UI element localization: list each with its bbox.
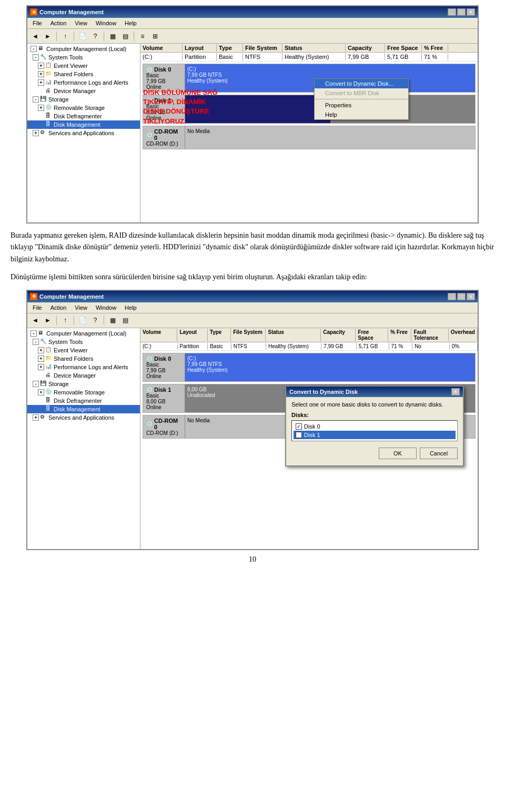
ctx-properties[interactable]: Properties [315,100,408,110]
shared-folders-expander[interactable]: + [38,71,44,77]
dialog-listbox[interactable]: ✓ Disk 0 ✓ Disk 1 [291,420,458,441]
forward-button-2[interactable]: ► [42,314,54,326]
tree2-services[interactable]: + ⚙ Services and Applications [27,413,140,422]
menu2-file[interactable]: File [29,303,45,312]
back-button-2[interactable]: ◄ [29,314,41,326]
tree2-storage[interactable]: - 💾 Storage [27,380,140,388]
event-viewer-expander[interactable]: + [38,63,44,69]
computer2-icon: 🖥 [38,330,45,337]
ctx-help[interactable]: Help [315,110,408,119]
services2-expander[interactable]: + [33,414,39,421]
menu-help[interactable]: Help [122,19,140,27]
close-button-2[interactable]: × [467,293,475,300]
tree2-perf-logs[interactable]: + 📊 Performance Logs and Alerts [27,363,140,371]
close-button-1[interactable]: × [467,8,475,16]
toolbar-sep-1 [56,32,57,41]
disk2-0-partition[interactable]: (C:)7,99 GB NTFSHealthy (System) [185,353,475,381]
tree2-system-tools[interactable]: - 🔧 System Tools [27,338,140,346]
col2-overhead: Overhead [449,329,478,341]
back-button[interactable]: ◄ [29,31,41,42]
perf-logs-label: Performance Logs and Alerts [54,79,128,86]
tree-event-viewer[interactable]: + 📋 Event Viewer [27,62,140,70]
dialog-close-button[interactable]: × [451,388,460,395]
up-button[interactable]: ↑ [59,31,71,42]
tree-system-tools[interactable]: - 🔧 System Tools [27,53,140,62]
perf2-expander[interactable]: + [38,364,44,370]
menu2-action[interactable]: Action [47,303,70,312]
menu2-view[interactable]: View [72,303,90,312]
minimize-button-2[interactable]: _ [448,293,456,300]
window-controls-1[interactable]: _ □ × [448,8,475,16]
view3-button[interactable]: ≡ [137,31,148,42]
services-expander[interactable]: + [33,130,39,136]
help-button[interactable]: ? [89,31,101,42]
view2-button-2[interactable]: ▤ [119,314,131,326]
view1-button-2[interactable]: ▦ [107,314,118,326]
props-button-2[interactable]: 📄 [77,314,88,326]
window-controls-2[interactable]: _ □ × [448,293,475,300]
minimize-button-1[interactable]: _ [448,8,456,16]
tree2-disk-mgmt[interactable]: 🗄 Disk Management [27,405,140,413]
disk2-0-box[interactable]: 💿Disk 0 Basic 7,99 GB Online (C:)7,99 GB… [143,353,476,382]
tree2-event-viewer[interactable]: + 📋 Event Viewer [27,346,140,354]
toolbar-sep-2 [74,32,74,41]
view1-button[interactable]: ▦ [107,31,118,42]
event2-expander[interactable]: + [38,347,44,353]
removable2-label: Removable Storage [54,389,105,395]
menu-window[interactable]: Window [93,19,119,27]
menu2-help[interactable]: Help [122,303,140,312]
dialog-ok-button[interactable]: OK [379,448,417,459]
tree-perf-logs[interactable]: + 📊 Performance Logs and Alerts [27,78,140,87]
tree-shared-folders[interactable]: + 📁 Shared Folders [27,70,140,78]
up-button-2[interactable]: ↑ [59,314,71,326]
menu-action[interactable]: Action [47,19,70,27]
window-title-2: Computer Management [39,293,446,300]
tree-device-manager[interactable]: 🖨 Device Manager [27,87,140,95]
system-tools-expander[interactable]: - [33,54,39,60]
tree-storage[interactable]: - 💾 Storage [27,95,140,104]
tree-defrag[interactable]: 🗄 Disk Defragmenter [27,112,140,120]
maximize-button-1[interactable]: □ [457,8,466,16]
system-tools2-expander[interactable]: - [33,339,39,345]
menu-view[interactable]: View [72,19,90,27]
cdrom-0-box[interactable]: 💿CD-ROM 0 CD-ROM (D:) No Media [143,126,476,149]
tree2-device-mgr[interactable]: 🖨 Device Manager [27,371,140,380]
dialog-cancel-button[interactable]: Cancel [420,448,458,459]
properties-button[interactable]: 📄 [77,31,88,42]
perf-logs-expander[interactable]: + [38,79,44,86]
menu-file[interactable]: File [29,19,45,27]
storage-expander[interactable]: - [33,96,39,103]
removable2-expander[interactable]: + [38,389,44,395]
menu2-window[interactable]: Window [93,303,119,312]
dialog-buttons: OK Cancel [291,445,458,461]
tree2-defrag[interactable]: 🗄 Disk Defragmenter [27,397,140,405]
dialog-disk1-checkbox[interactable]: ✓ [296,432,302,438]
removable-expander[interactable]: + [38,105,44,111]
view4-button[interactable]: ⊞ [149,31,161,42]
help-button-2[interactable]: ? [89,314,101,326]
dialog-disk0-checkbox[interactable]: ✓ [296,423,302,430]
ctx-convert-dynamic[interactable]: Convert to Dynamic Disk... [315,79,408,88]
tree2-root[interactable]: - 🖥 Computer Management (Local) [27,329,140,338]
tree2-root-expander[interactable]: - [31,330,37,337]
tree-disk-mgmt[interactable]: 🗄 Disk Management [27,120,140,129]
disk2-table-row-1[interactable]: (C:) Partition Basic NTFS Healthy (Syste… [140,342,478,351]
col-header-type: Type [217,44,243,52]
forward-button[interactable]: ► [42,31,54,42]
view2-button[interactable]: ▤ [119,31,131,42]
dialog-disk1-item[interactable]: ✓ Disk 1 [294,431,456,439]
tree-removable[interactable]: + 💿 Removable Storage [27,104,140,112]
disk-table-row-1[interactable]: (C:) Partition Basic NTFS Healthy (Syste… [140,53,478,62]
storage2-expander[interactable]: - [33,381,39,387]
tree-root[interactable]: - 🖥 Computer Management (Local) [27,45,140,53]
col2-capacity: Capacity [321,329,356,341]
dialog-disk0-item[interactable]: ✓ Disk 0 [294,422,456,431]
tree-services[interactable]: + ⚙ Services and Applications [27,129,140,137]
maximize-button-2[interactable]: □ [457,293,466,300]
cdrom-0-partition[interactable]: No Media [185,126,475,149]
tree-root-expander[interactable]: - [31,46,37,52]
cell2-overhead: 0% [450,343,478,350]
tree2-shared-folders[interactable]: + 📁 Shared Folders [27,354,140,363]
shared2-expander[interactable]: + [38,356,44,362]
tree2-removable[interactable]: + 💿 Removable Storage [27,388,140,397]
